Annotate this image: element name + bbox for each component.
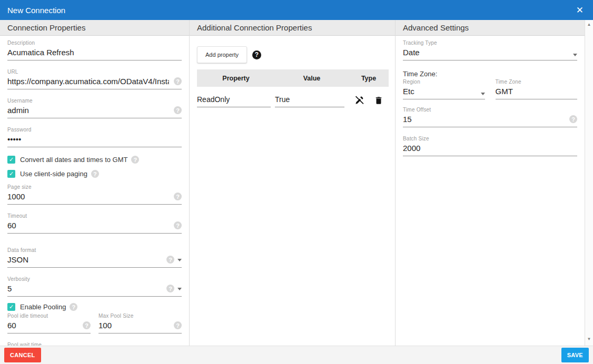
batch-size-label: Batch Size: [403, 136, 577, 141]
timezone-label: Time Zone: [496, 79, 578, 85]
batch-size-input[interactable]: [403, 143, 577, 156]
dialog-footer: CANCEL SAVE: [0, 346, 593, 364]
tracking-type-label: Tracking Type: [403, 40, 577, 46]
connection-properties-panel: Connection Properties Description URL ? …: [0, 20, 190, 346]
column-header-type: Type: [349, 75, 389, 82]
time-offset-label: Time Offset: [403, 107, 577, 113]
region-label: Region: [403, 79, 485, 85]
verbosity-label: Verbosity: [7, 276, 182, 282]
description-input[interactable]: [7, 47, 182, 60]
max-pool-size-label: Max Pool Size: [98, 313, 182, 319]
client-paging-label: Use client-side paging: [20, 170, 87, 178]
property-name-input[interactable]: [197, 94, 271, 107]
verbosity-field: Verbosity ?: [7, 276, 182, 297]
tracking-type-select[interactable]: [403, 47, 577, 60]
add-property-help-icon[interactable]: ?: [252, 50, 261, 59]
timeout-help-icon[interactable]: ?: [174, 221, 182, 229]
timeout-field: Timeout ?: [7, 213, 182, 234]
delete-icon[interactable]: [374, 96, 383, 105]
time-offset-field: Time Offset ?: [403, 107, 577, 127]
timeout-input[interactable]: [7, 220, 182, 234]
description-field: Description: [7, 40, 182, 60]
max-pool-size-input[interactable]: [98, 320, 182, 333]
convert-gmt-checkbox-row: ✓ Convert all dates and times to GMT ?: [7, 156, 182, 164]
table-row: [197, 87, 389, 107]
username-help-icon[interactable]: ?: [174, 106, 182, 114]
timezone-input[interactable]: [496, 86, 578, 99]
password-input[interactable]: [7, 134, 182, 147]
url-input[interactable]: [7, 76, 182, 89]
connection-properties-header: Connection Properties: [0, 20, 189, 36]
client-paging-help-icon[interactable]: ?: [91, 170, 99, 178]
scroll-down-icon[interactable]: ▼: [587, 337, 591, 341]
verbosity-help-icon[interactable]: ?: [166, 285, 174, 292]
url-label: URL: [7, 69, 182, 75]
enable-pooling-checkbox-row: ✓ Enable Pooling ?: [7, 303, 182, 311]
pool-idle-timeout-input[interactable]: [7, 320, 91, 333]
timeout-label: Timeout: [7, 213, 182, 219]
username-field: Username ?: [7, 98, 182, 118]
timezone-field: Time Zone: [496, 79, 578, 99]
page-size-input[interactable]: [7, 191, 182, 205]
time-offset-help-icon[interactable]: ?: [569, 115, 577, 123]
scrollbar[interactable]: ▲ ▼: [585, 20, 593, 346]
properties-table: Property Value Type: [197, 69, 389, 107]
dialog-body: Connection Properties Description URL ? …: [0, 20, 593, 346]
enable-pooling-help-icon[interactable]: ?: [70, 303, 77, 311]
password-label: Password: [7, 127, 182, 133]
scroll-up-icon[interactable]: ▲: [587, 23, 591, 27]
enable-pooling-checkbox[interactable]: ✓: [7, 303, 15, 311]
region-field: Region: [403, 79, 485, 99]
client-paging-checkbox-row: ✓ Use client-side paging ?: [7, 170, 182, 178]
batch-size-field: Batch Size: [403, 136, 577, 156]
dialog-title: New Connection: [7, 6, 65, 15]
max-pool-size-field: Max Pool Size ?: [98, 313, 182, 333]
additional-properties-header: Additional Connection Properties: [190, 20, 395, 36]
password-field: Password: [7, 127, 182, 147]
timezone-group-label: Time Zone:: [403, 70, 577, 78]
time-offset-input[interactable]: [403, 114, 577, 127]
advanced-settings-header: Advanced Settings: [396, 20, 585, 36]
verbosity-dropdown-icon[interactable]: [177, 288, 182, 290]
dialog-titlebar: New Connection ✕: [0, 0, 593, 20]
tracking-type-dropdown-icon[interactable]: [573, 54, 577, 56]
username-label: Username: [7, 98, 182, 104]
url-field: URL ?: [7, 69, 182, 89]
pool-idle-timeout-field: Pool idle timeout ?: [7, 313, 91, 333]
region-select[interactable]: [403, 86, 485, 99]
property-value-input[interactable]: [275, 94, 344, 107]
pool-wait-time-field: Pool wait time ?: [7, 342, 182, 346]
data-format-field: Data format ?: [7, 247, 182, 268]
column-header-property: Property: [197, 75, 275, 82]
add-property-button[interactable]: Add property: [197, 46, 247, 63]
properties-table-header: Property Value Type: [197, 69, 389, 87]
cancel-button[interactable]: CANCEL: [4, 348, 41, 362]
convert-gmt-label: Convert all dates and times to GMT: [20, 156, 127, 164]
pool-idle-timeout-help-icon[interactable]: ?: [83, 321, 91, 329]
close-icon[interactable]: ✕: [574, 5, 586, 16]
column-header-value: Value: [275, 75, 349, 82]
data-format-label: Data format: [7, 247, 182, 253]
page-size-help-icon[interactable]: ?: [174, 193, 182, 200]
max-pool-size-help-icon[interactable]: ?: [174, 321, 182, 329]
url-help-icon[interactable]: ?: [174, 77, 182, 85]
client-paging-checkbox[interactable]: ✓: [7, 170, 15, 178]
convert-gmt-checkbox[interactable]: ✓: [7, 156, 15, 164]
edit-off-icon[interactable]: [354, 95, 364, 105]
advanced-settings-panel: Advanced Settings Tracking Type Time Zon…: [396, 20, 585, 346]
tracking-type-field: Tracking Type: [403, 40, 577, 60]
username-input[interactable]: [7, 105, 182, 118]
page-size-field: Page size ?: [7, 184, 182, 205]
data-format-help-icon[interactable]: ?: [166, 256, 174, 264]
data-format-dropdown-icon[interactable]: [177, 259, 182, 261]
convert-gmt-help-icon[interactable]: ?: [131, 156, 139, 164]
description-label: Description: [7, 40, 182, 46]
page-size-label: Page size: [7, 184, 182, 190]
verbosity-select[interactable]: [7, 283, 182, 297]
pool-wait-time-label: Pool wait time: [7, 342, 182, 346]
save-button[interactable]: SAVE: [561, 348, 589, 362]
data-format-select[interactable]: [7, 254, 182, 268]
pool-idle-timeout-label: Pool idle timeout: [7, 313, 91, 319]
enable-pooling-label: Enable Pooling: [20, 303, 66, 311]
region-dropdown-icon[interactable]: [481, 93, 485, 95]
